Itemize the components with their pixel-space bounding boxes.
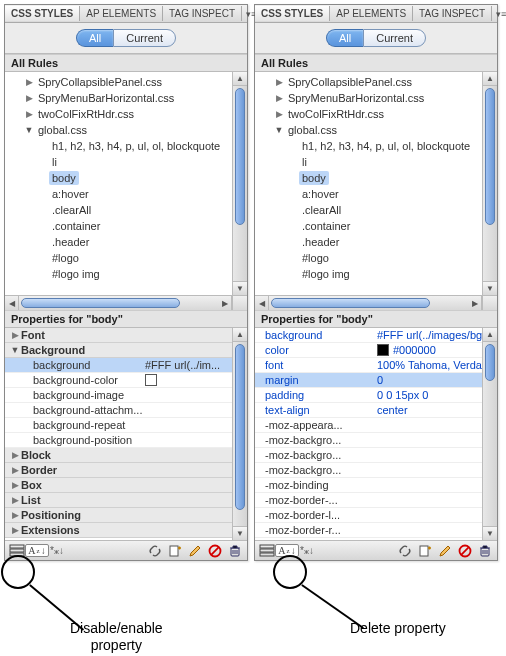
category-view-icon[interactable]	[259, 543, 275, 559]
css-selector-row[interactable]: #logo img	[259, 266, 497, 282]
scroll-down-icon[interactable]: ▼	[233, 281, 247, 295]
property-row[interactable]: text-aligncenter	[255, 403, 497, 418]
property-row[interactable]: color#000000	[255, 343, 497, 358]
css-selector-row[interactable]: li	[259, 154, 497, 170]
css-file-row[interactable]: ▶twoColFixRtHdr.css	[259, 106, 497, 122]
css-selector-row[interactable]: .container	[259, 218, 497, 234]
tab-css-styles[interactable]: CSS STYLES	[5, 6, 80, 21]
property-row[interactable]: -moz-backgro...	[255, 448, 497, 463]
property-row[interactable]: background-repeat	[5, 418, 247, 433]
horizontal-scrollbar[interactable]: ◀ ▶	[5, 295, 247, 310]
property-row[interactable]: background-position	[5, 433, 247, 448]
new-rule-icon[interactable]	[167, 543, 183, 559]
tab-tag-inspect[interactable]: TAG INSPECT	[163, 6, 242, 21]
property-row[interactable]: -moz-border-r...	[255, 523, 497, 538]
attach-stylesheet-icon[interactable]	[397, 543, 413, 559]
mode-current-button[interactable]: Current	[113, 29, 176, 47]
vertical-scrollbar[interactable]: ▲ ▼	[482, 328, 497, 540]
css-file-row[interactable]: ▼global.css	[9, 122, 247, 138]
css-selector-row[interactable]: .header	[9, 234, 247, 250]
css-selector-row[interactable]: #logo	[9, 250, 247, 266]
property-row[interactable]: padding0 0 15px 0	[255, 388, 497, 403]
attach-stylesheet-icon[interactable]	[147, 543, 163, 559]
css-selector-row[interactable]: h1, h2, h3, h4, p, ul, ol, blockquote	[9, 138, 247, 154]
property-row[interactable]: -moz-binding	[255, 478, 497, 493]
css-selector-row[interactable]: li	[9, 154, 247, 170]
property-row[interactable]: -moz-border-...	[255, 493, 497, 508]
category-row[interactable]: ▶Block	[5, 448, 247, 463]
mode-pillbar: All Current	[255, 23, 497, 54]
vertical-scrollbar[interactable]: ▲ ▼	[482, 72, 497, 295]
css-selector-row[interactable]: .header	[259, 234, 497, 250]
css-selector-row[interactable]: #logo img	[9, 266, 247, 282]
property-row[interactable]: background#FFF url(../images/bgP...	[255, 328, 497, 343]
disable-enable-property-icon[interactable]	[207, 543, 223, 559]
property-row[interactable]: -moz-backgro...	[255, 433, 497, 448]
property-row[interactable]: -moz-backgro...	[255, 463, 497, 478]
scroll-right-icon[interactable]: ▶	[468, 296, 482, 310]
mode-current-button[interactable]: Current	[363, 29, 426, 47]
css-selector-row[interactable]: .clearAll	[9, 202, 247, 218]
tab-ap-elements[interactable]: AP ELEMENTS	[80, 6, 163, 21]
new-rule-icon[interactable]	[417, 543, 433, 559]
css-selector-row[interactable]: .container	[9, 218, 247, 234]
css-file-row[interactable]: ▶SpryMenuBarHorizontal.css	[259, 90, 497, 106]
css-file-row[interactable]: ▶SpryCollapsiblePanel.css	[259, 74, 497, 90]
tab-ap-elements[interactable]: AP ELEMENTS	[330, 6, 413, 21]
scroll-down-icon[interactable]: ▼	[233, 526, 247, 540]
css-selector-row[interactable]: body	[9, 170, 247, 186]
scroll-up-icon[interactable]: ▲	[483, 72, 497, 86]
vertical-scrollbar[interactable]: ▲ ▼	[232, 328, 247, 540]
edit-rule-icon[interactable]	[437, 543, 453, 559]
css-selector-row[interactable]: a:hover	[9, 186, 247, 202]
css-selector-row[interactable]: body	[259, 170, 497, 186]
css-file-row[interactable]: ▼global.css	[259, 122, 497, 138]
scroll-left-icon[interactable]: ◀	[255, 296, 269, 310]
category-row[interactable]: ▶Box	[5, 478, 247, 493]
property-row[interactable]: background-attachm...	[5, 403, 247, 418]
category-row[interactable]: ▶Positioning	[5, 508, 247, 523]
edit-rule-icon[interactable]	[187, 543, 203, 559]
css-file-row[interactable]: ▶SpryMenuBarHorizontal.css	[9, 90, 247, 106]
css-selector-row[interactable]: #logo	[259, 250, 497, 266]
scroll-up-icon[interactable]: ▲	[233, 72, 247, 86]
panel-menu-icon[interactable]: ▾≡	[492, 9, 506, 19]
scroll-up-icon[interactable]: ▲	[483, 328, 497, 342]
scroll-up-icon[interactable]: ▲	[233, 328, 247, 342]
scroll-down-icon[interactable]: ▼	[483, 281, 497, 295]
category-row[interactable]: ▶Font	[5, 328, 247, 343]
property-row[interactable]: background-color	[5, 373, 247, 388]
property-row[interactable]: background#FFF url(../im...	[5, 358, 247, 373]
mode-all-button[interactable]: All	[76, 29, 113, 47]
tab-tag-inspect[interactable]: TAG INSPECT	[413, 6, 492, 21]
mode-all-button[interactable]: All	[326, 29, 363, 47]
css-selector-row[interactable]: h1, h2, h3, h4, p, ul, ol, blockquote	[259, 138, 497, 154]
property-row[interactable]: font100% Tahoma, Verdan...	[255, 358, 497, 373]
vertical-scrollbar[interactable]: ▲ ▼	[232, 72, 247, 295]
scroll-right-icon[interactable]: ▶	[218, 296, 232, 310]
property-row[interactable]: -moz-border-l...	[255, 508, 497, 523]
css-file-row[interactable]: ▶SpryCollapsiblePanel.css	[9, 74, 247, 90]
category-row[interactable]: ▶Extensions	[5, 523, 247, 538]
property-row[interactable]: -moz-appeara...	[255, 418, 497, 433]
delete-property-icon[interactable]	[227, 543, 243, 559]
category-row[interactable]: ▶List	[5, 493, 247, 508]
css-selector-row[interactable]: .clearAll	[259, 202, 497, 218]
scroll-left-icon[interactable]: ◀	[5, 296, 19, 310]
tab-css-styles[interactable]: CSS STYLES	[255, 6, 330, 21]
category-view-icon[interactable]	[9, 543, 25, 559]
disable-enable-property-icon[interactable]	[457, 543, 473, 559]
set-properties-view-icon[interactable]: *⁎↓	[299, 543, 315, 559]
list-view-icon[interactable]: Az↓	[279, 543, 295, 559]
set-properties-view-icon[interactable]: *⁎↓	[49, 543, 65, 559]
category-row[interactable]: ▶Border	[5, 463, 247, 478]
property-row[interactable]: margin0	[255, 373, 497, 388]
css-file-row[interactable]: ▶twoColFixRtHdr.css	[9, 106, 247, 122]
scroll-down-icon[interactable]: ▼	[483, 526, 497, 540]
horizontal-scrollbar[interactable]: ◀ ▶	[255, 295, 497, 310]
list-view-icon[interactable]: Az↓	[29, 543, 45, 559]
delete-property-icon[interactable]	[477, 543, 493, 559]
property-row[interactable]: background-image	[5, 388, 247, 403]
css-selector-row[interactable]: a:hover	[259, 186, 497, 202]
category-row[interactable]: ▼Background	[5, 343, 247, 358]
